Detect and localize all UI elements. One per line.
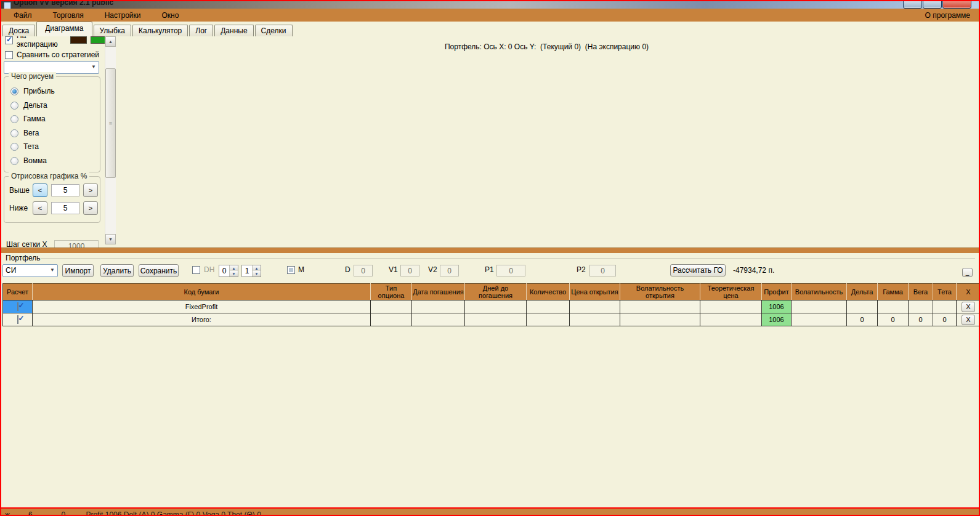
- above-increase-button[interactable]: >: [83, 183, 98, 197]
- row2-quantity[interactable]: [527, 313, 570, 326]
- row2-calc-cell[interactable]: ✓: [3, 313, 33, 326]
- col-kod-bumagi[interactable]: Код бумаги: [33, 284, 371, 300]
- row1-open-vol[interactable]: [620, 300, 700, 313]
- col-x[interactable]: X: [957, 284, 980, 300]
- col-volatilnost-otkrytiya[interactable]: Волатильность открытия: [620, 284, 700, 300]
- spinner-down-icon[interactable]: ▼: [230, 271, 238, 276]
- row1-delete-button[interactable]: X: [962, 302, 975, 312]
- row1-theo-price[interactable]: [700, 300, 762, 313]
- row2-delete-button[interactable]: X: [962, 315, 975, 325]
- p2-field[interactable]: 0: [589, 265, 616, 276]
- menu-file[interactable]: Файл: [14, 11, 32, 20]
- p1-field[interactable]: 0: [496, 265, 525, 276]
- row1-delta[interactable]: [847, 300, 878, 313]
- collapse-panel-button[interactable]: _: [962, 268, 973, 277]
- row2-expiry-date[interactable]: [412, 313, 465, 326]
- row1-code[interactable]: FixedProfit: [33, 300, 371, 313]
- radio-vomma[interactable]: [10, 157, 18, 165]
- col-data-pogasheniya[interactable]: Дата погашения: [412, 284, 465, 300]
- col-delta[interactable]: Дельта: [847, 284, 878, 300]
- tab-log[interactable]: Лог: [189, 25, 213, 36]
- spinner-1[interactable]: 0 ▲ ▼: [219, 265, 238, 277]
- spinner-up-icon[interactable]: ▲: [253, 265, 261, 271]
- below-increase-button[interactable]: >: [83, 201, 98, 215]
- row1-opt-type[interactable]: [371, 300, 412, 313]
- row2-theta[interactable]: 0: [933, 313, 957, 326]
- radio-delta[interactable]: [10, 102, 18, 110]
- scroll-down-icon[interactable]: ▼: [105, 234, 116, 244]
- m-checkbox[interactable]: [287, 266, 295, 274]
- row2-open-vol[interactable]: [620, 313, 700, 326]
- scroll-up-icon[interactable]: ▲: [105, 36, 116, 47]
- col-teta[interactable]: Тета: [933, 284, 957, 300]
- radio-pribyl[interactable]: [10, 87, 18, 95]
- radio-vega[interactable]: [10, 129, 18, 137]
- tab-dannye[interactable]: Данные: [214, 25, 253, 36]
- row2-volatility[interactable]: [792, 313, 847, 326]
- row1-vega[interactable]: [909, 300, 933, 313]
- row1-calc-cell[interactable]: ✓: [3, 300, 33, 313]
- col-kolichestvo[interactable]: Количество: [527, 284, 570, 300]
- calc-go-button[interactable]: Рассчитать ГО: [670, 264, 726, 276]
- col-raschet[interactable]: Расчет: [3, 284, 33, 300]
- row1-theta[interactable]: [933, 300, 957, 313]
- tab-ulybka[interactable]: Улыбка: [94, 25, 132, 36]
- row1-volatility[interactable]: [792, 300, 847, 313]
- v2-field[interactable]: 0: [440, 265, 459, 276]
- import-button[interactable]: Импорт: [62, 264, 94, 277]
- compare-strategy-checkbox[interactable]: [5, 51, 13, 59]
- below-decrease-button[interactable]: <: [33, 201, 47, 215]
- row1-calc-checkbox[interactable]: ✓: [17, 302, 18, 311]
- delete-button[interactable]: Удалить: [100, 264, 134, 277]
- on-expiration-checkbox[interactable]: ✓: [5, 36, 13, 44]
- close-button[interactable]: [942, 1, 971, 9]
- radio-gamma[interactable]: [10, 115, 18, 123]
- spinner-up-icon[interactable]: ▲: [230, 265, 238, 271]
- above-value-field[interactable]: 5: [51, 184, 79, 196]
- menu-window[interactable]: Окно: [162, 11, 179, 20]
- row1-open-price[interactable]: [570, 300, 620, 313]
- row1-expiry-date[interactable]: [412, 300, 465, 313]
- row1-gamma[interactable]: [878, 300, 909, 313]
- menu-settings[interactable]: Настройки: [105, 11, 141, 20]
- v1-field[interactable]: 0: [400, 265, 419, 276]
- row2-theo-price[interactable]: [700, 313, 762, 326]
- row2-days[interactable]: [465, 313, 527, 326]
- radio-theta[interactable]: [10, 143, 18, 151]
- row1-profit[interactable]: 1006: [762, 300, 792, 313]
- row2-gamma[interactable]: 0: [878, 313, 909, 326]
- instrument-combobox[interactable]: СИ ▼: [2, 264, 58, 277]
- row2-vega[interactable]: 0: [909, 313, 933, 326]
- save-button[interactable]: Сохранить: [139, 264, 179, 277]
- spinner-2[interactable]: 1 ▲ ▼: [241, 265, 261, 277]
- maximize-button[interactable]: [923, 1, 942, 9]
- menu-about[interactable]: О программе: [925, 11, 970, 20]
- row2-profit[interactable]: 1006: [762, 313, 792, 326]
- minimize-button[interactable]: [903, 1, 922, 9]
- col-teoreticheskaya-cena[interactable]: Теоретическая цена: [700, 284, 762, 300]
- settings-scrollbar[interactable]: ▲ ≡ ▼: [105, 36, 116, 244]
- col-vega[interactable]: Вега: [909, 284, 933, 300]
- grid-step-field[interactable]: 1000: [54, 240, 99, 248]
- col-volatilnost[interactable]: Волатильность: [792, 284, 847, 300]
- row2-code[interactable]: Итого:: [33, 313, 371, 326]
- tab-diagramma[interactable]: Диаграмма: [36, 22, 92, 36]
- d-field[interactable]: 0: [354, 265, 373, 276]
- tab-doska[interactable]: Доска: [2, 25, 35, 36]
- col-tip-opciona[interactable]: Тип опциона: [371, 284, 412, 300]
- row1-quantity[interactable]: [527, 300, 570, 313]
- row2-delta[interactable]: 0: [847, 313, 878, 326]
- col-dnei-do-pogasheniya[interactable]: Дней до погашения: [465, 284, 527, 300]
- menu-trading[interactable]: Торговля: [53, 11, 84, 20]
- col-profit[interactable]: Профит: [762, 284, 792, 300]
- dh-checkbox[interactable]: [192, 266, 200, 274]
- row1-days[interactable]: [465, 300, 527, 313]
- row2-opt-type[interactable]: [371, 313, 412, 326]
- row2-calc-checkbox[interactable]: ✓: [17, 315, 18, 324]
- row2-open-price[interactable]: [570, 313, 620, 326]
- tab-kalkulyator[interactable]: Калькулятор: [132, 25, 188, 36]
- tab-sdelki[interactable]: Сделки: [255, 25, 293, 36]
- below-value-field[interactable]: 5: [51, 202, 79, 214]
- scrollbar-thumb[interactable]: ≡: [105, 68, 116, 178]
- col-gamma[interactable]: Гамма: [878, 284, 909, 300]
